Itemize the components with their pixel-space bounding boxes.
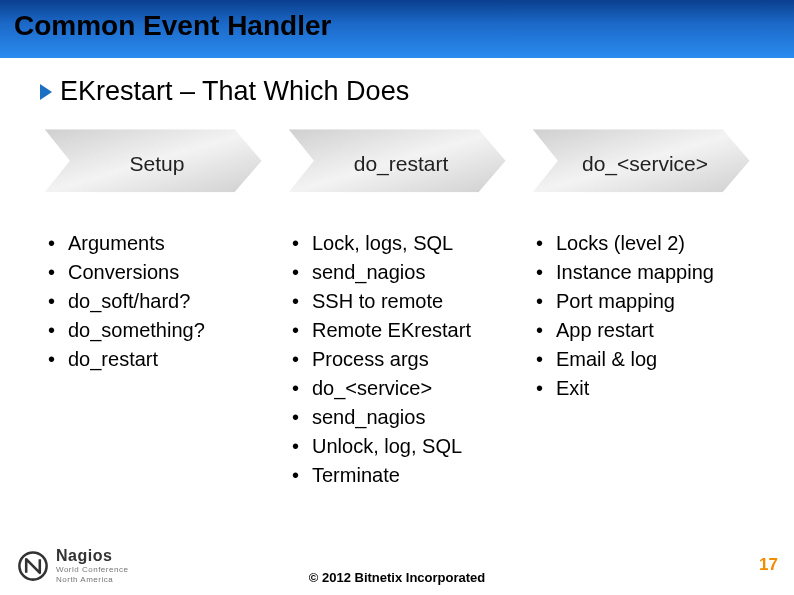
logo-block: Nagios World Conference North America — [16, 548, 128, 584]
list-item: •do_restart — [48, 345, 262, 374]
list-item: •Conversions — [48, 258, 262, 287]
list-item: •Lock, logs, SQL — [292, 229, 506, 258]
slide-subtitle: EKrestart – That Which Does — [60, 76, 409, 107]
column-header: do_<service> — [574, 152, 708, 176]
column-do-service: do_<service> •Locks (level 2) •Instance … — [532, 129, 750, 490]
column-do-restart: do_restart •Lock, logs, SQL •send_nagios… — [288, 129, 506, 490]
list-item: •Remote EKrestart — [292, 316, 506, 345]
list-item: •Email & log — [536, 345, 750, 374]
list-item: •Instance mapping — [536, 258, 750, 287]
list-item: •Exit — [536, 374, 750, 403]
list-item: •Terminate — [292, 461, 506, 490]
title-bar: Common Event Handler — [0, 0, 794, 58]
logo-text: Nagios World Conference North America — [56, 548, 128, 584]
slide-footer: Nagios World Conference North America © … — [0, 543, 794, 595]
chevron-setup: Setup — [44, 129, 262, 199]
list-do-restart: •Lock, logs, SQL •send_nagios •SSH to re… — [288, 229, 506, 490]
list-item: •send_nagios — [292, 258, 506, 287]
list-item: •Process args — [292, 345, 506, 374]
list-do-service: •Locks (level 2) •Instance mapping •Port… — [532, 229, 750, 403]
page-number: 17 — [759, 555, 778, 575]
column-setup: Setup •Arguments •Conversions •do_soft/h… — [44, 129, 262, 490]
subtitle-row: EKrestart – That Which Does — [34, 76, 760, 107]
arrow-bullet-icon — [40, 84, 52, 100]
nagios-logo-icon — [16, 549, 50, 583]
list-item: •send_nagios — [292, 403, 506, 432]
list-item: •do_<service> — [292, 374, 506, 403]
list-item: •Arguments — [48, 229, 262, 258]
chevron-do-service: do_<service> — [532, 129, 750, 199]
column-header: do_restart — [346, 152, 449, 176]
list-item: •SSH to remote — [292, 287, 506, 316]
list-item: •App restart — [536, 316, 750, 345]
copyright-text: © 2012 Bitnetix Incorporated — [309, 570, 485, 585]
columns-container: Setup •Arguments •Conversions •do_soft/h… — [34, 129, 760, 490]
logo-line1: Nagios — [56, 548, 128, 564]
logo-line3: North America — [56, 576, 128, 584]
slide-content: EKrestart – That Which Does Setup — [0, 58, 794, 490]
list-item: •do_something? — [48, 316, 262, 345]
list-item: •Port mapping — [536, 287, 750, 316]
list-item: •Unlock, log, SQL — [292, 432, 506, 461]
column-header: Setup — [122, 152, 185, 176]
list-item: •do_soft/hard? — [48, 287, 262, 316]
list-item: •Locks (level 2) — [536, 229, 750, 258]
slide-title: Common Event Handler — [14, 10, 780, 42]
list-setup: •Arguments •Conversions •do_soft/hard? •… — [44, 229, 262, 374]
chevron-do-restart: do_restart — [288, 129, 506, 199]
logo-line2: World Conference — [56, 566, 128, 574]
